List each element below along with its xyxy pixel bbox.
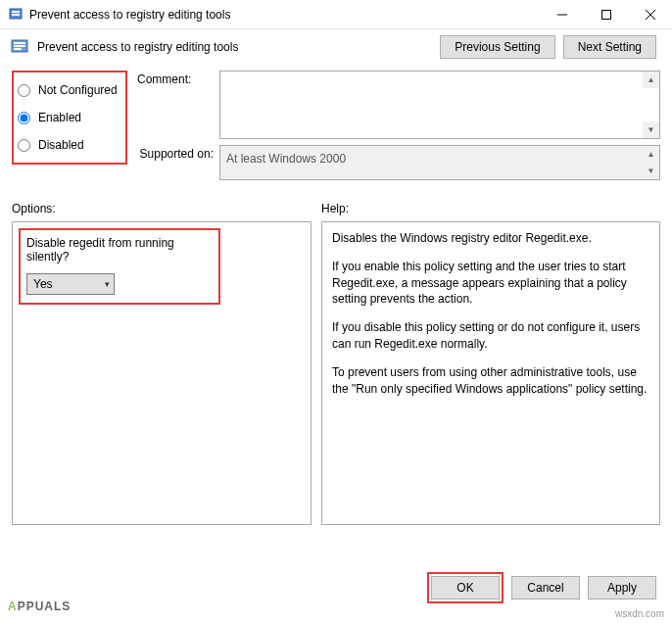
window-title: Prevent access to registry editing tools — [29, 8, 540, 22]
cancel-button[interactable]: Cancel — [511, 576, 580, 599]
supported-label: Supported on: — [137, 145, 219, 161]
apply-button[interactable]: Apply — [588, 576, 656, 599]
credit-text: wsxdn.com — [615, 608, 664, 619]
state-radio-group: Not Configured Enabled Disabled — [12, 71, 127, 165]
scroll-down-icon[interactable]: ▼ — [643, 121, 659, 138]
svg-rect-4 — [601, 10, 610, 19]
help-label: Help: — [321, 202, 660, 216]
help-text-4: To prevent users from using other admini… — [332, 364, 649, 398]
radio-disabled[interactable]: Disabled — [18, 131, 125, 159]
radio-enabled-label: Enabled — [38, 111, 81, 124]
help-text-1: Disables the Windows registry editor Reg… — [332, 230, 649, 247]
radio-disabled-input[interactable] — [18, 139, 30, 152]
supported-scroll: ▲ ▼ — [643, 146, 659, 179]
radio-enabled-input[interactable] — [18, 112, 30, 124]
comment-scroll: ▲ ▼ — [643, 72, 659, 138]
chevron-down-icon: ▾ — [105, 279, 110, 289]
options-highlight: Disable regedit from running silently? Y… — [19, 228, 220, 305]
help-text-3: If you disable this policy setting or do… — [332, 319, 649, 353]
ok-highlight: OK — [427, 572, 504, 603]
options-label: Options: — [12, 202, 321, 216]
watermark: APPUALS — [8, 587, 71, 617]
comment-textarea[interactable] — [219, 71, 660, 139]
supported-field: At least Windows 2000 — [219, 145, 660, 180]
help-text-2: If you enable this policy setting and th… — [332, 259, 649, 308]
maximize-button[interactable] — [584, 0, 628, 29]
svg-rect-1 — [12, 11, 20, 13]
dropdown-value: Yes — [33, 277, 53, 291]
radio-not-configured-label: Not Configured — [38, 83, 118, 97]
scroll-up-icon[interactable]: ▲ — [643, 72, 659, 88]
titlebar: Prevent access to registry editing tools — [0, 0, 672, 29]
radio-not-configured[interactable]: Not Configured — [18, 76, 125, 104]
svg-rect-10 — [14, 48, 22, 50]
radio-enabled[interactable]: Enabled — [18, 104, 125, 131]
policy-large-icon — [10, 37, 29, 57]
option-question: Disable regedit from running silently? — [26, 236, 213, 264]
footer: OK Cancel Apply — [427, 572, 656, 603]
policy-icon — [8, 7, 24, 23]
scroll-down-icon[interactable]: ▼ — [643, 163, 659, 179]
svg-rect-9 — [14, 45, 25, 47]
close-button[interactable] — [628, 0, 672, 29]
next-setting-button[interactable]: Next Setting — [563, 35, 656, 59]
ok-button[interactable]: OK — [431, 576, 500, 599]
header: Prevent access to registry editing tools… — [0, 29, 672, 69]
svg-rect-2 — [12, 14, 20, 16]
watermark-text: PPUALS — [18, 599, 72, 613]
minimize-button[interactable] — [540, 0, 584, 29]
svg-rect-8 — [14, 42, 25, 44]
comment-label: Comment: — [137, 71, 219, 86]
header-title: Prevent access to registry editing tools — [37, 40, 440, 54]
radio-not-configured-input[interactable] — [18, 84, 30, 97]
help-panel: Disables the Windows registry editor Reg… — [321, 221, 660, 525]
previous-setting-button[interactable]: Previous Setting — [440, 35, 554, 59]
watermark-letter: A — [8, 599, 18, 613]
options-panel: Disable regedit from running silently? Y… — [12, 221, 312, 525]
radio-disabled-label: Disabled — [38, 138, 84, 152]
silent-run-dropdown[interactable]: Yes ▾ — [26, 273, 115, 295]
scroll-up-icon[interactable]: ▲ — [643, 146, 659, 163]
